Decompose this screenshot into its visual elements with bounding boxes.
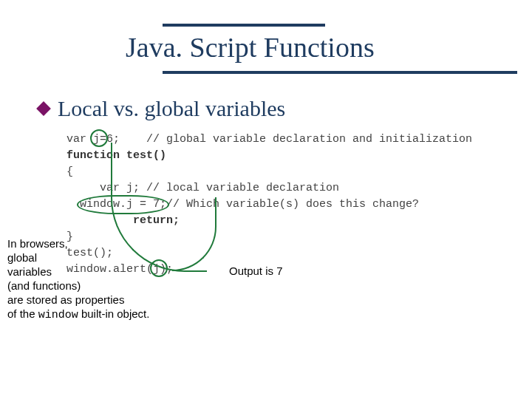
annotation-line: global xyxy=(7,250,192,265)
slide-title: Java. Script Functions xyxy=(126,31,375,64)
code-l4: var j; // local variable declaration xyxy=(66,182,339,194)
annotation-mono: window xyxy=(38,309,78,321)
code-l1b: =6; // global variable declaration and i… xyxy=(100,133,472,146)
code-window-assign-circled: window.j = 7; xyxy=(80,197,166,213)
annotation-line: of the window built-in object. xyxy=(7,307,192,322)
section-heading: Local vs. global variables xyxy=(38,96,285,121)
annotation-text: of the xyxy=(7,307,38,320)
code-l5b: // Which variable(s) does this change? xyxy=(166,198,419,211)
diamond-bullet-icon xyxy=(36,101,51,116)
annotation-text: built-in object. xyxy=(78,307,150,320)
code-l2: function test() xyxy=(66,149,166,162)
title-rule-bottom xyxy=(163,71,517,74)
code-l3: { xyxy=(66,166,73,178)
code-l1a: var xyxy=(66,133,93,146)
title-rule-top xyxy=(163,24,325,27)
annotation-line: are stored as properties xyxy=(7,293,192,307)
annotation-line: (and functions) xyxy=(7,279,192,293)
slide: Java. Script Functions Local vs. global … xyxy=(0,0,532,399)
annotation-line: In browsers, xyxy=(7,236,192,250)
annotation-output: Output is 7 xyxy=(229,265,283,277)
section-heading-text: Local vs. global variables xyxy=(58,96,285,121)
annotation-line: variables xyxy=(7,265,192,279)
annotation-window-object: In browsers, global variables (and funct… xyxy=(7,236,192,322)
code-j-top-circled: j xyxy=(93,132,100,148)
code-l6: return; xyxy=(66,214,180,227)
